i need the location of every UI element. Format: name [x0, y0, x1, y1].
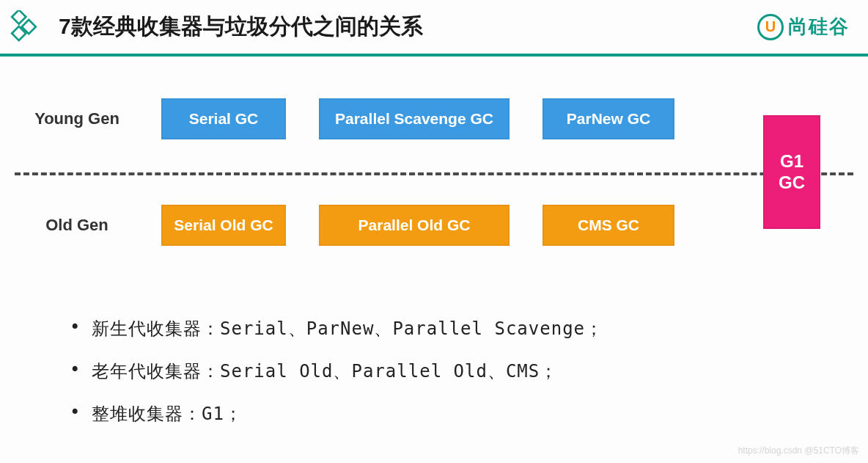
watermark: https://blog.csdn @51CTO博客 [738, 445, 859, 457]
svg-rect-0 [12, 10, 26, 24]
old-gen-label: Old Gen [15, 216, 139, 235]
young-gen-row: Young Gen Serial GC Parallel Scavenge GC… [15, 86, 853, 152]
bullet-list: 新生代收集器：Serial、ParNew、Parallel Scavenge； … [70, 317, 868, 426]
brand-circle-icon: U [757, 14, 784, 40]
g1-line1: G1 [780, 151, 803, 172]
old-gen-row: Old Gen Serial Old GC Parallel Old GC CM… [15, 192, 853, 258]
brand-letter: U [765, 18, 776, 35]
box-cms-gc: CMS GC [542, 205, 674, 246]
bullet-item: 整堆收集器：G1； [70, 402, 868, 426]
g1-line2: GC [779, 172, 805, 194]
gc-diagram: Young Gen Serial GC Parallel Scavenge GC… [15, 86, 853, 277]
bullet-item: 老年代收集器：Serial Old、Parallel Old、CMS； [70, 360, 868, 383]
slide-title: 7款经典收集器与垃圾分代之间的关系 [59, 12, 757, 42]
box-parnew-gc: ParNew GC [542, 98, 674, 139]
diamond-icon [7, 10, 40, 43]
slide-header: 7款经典收集器与垃圾分代之间的关系 U 尚硅谷 [0, 0, 868, 56]
young-gen-boxes: Serial GC Parallel Scavenge GC ParNew GC [139, 98, 674, 139]
generation-divider [15, 172, 853, 175]
box-g1-gc: G1 GC [763, 115, 820, 229]
box-serial-old-gc: Serial Old GC [161, 205, 286, 246]
bullet-item: 新生代收集器：Serial、ParNew、Parallel Scavenge； [70, 317, 868, 340]
old-gen-boxes: Serial Old GC Parallel Old GC CMS GC [139, 205, 674, 246]
young-gen-label: Young Gen [15, 109, 139, 128]
brand-logo: U 尚硅谷 [757, 14, 850, 40]
box-serial-gc: Serial GC [161, 98, 286, 139]
box-parallel-scavenge-gc: Parallel Scavenge GC [319, 98, 510, 139]
brand-text: 尚硅谷 [788, 14, 850, 40]
box-parallel-old-gc: Parallel Old GC [319, 205, 510, 246]
